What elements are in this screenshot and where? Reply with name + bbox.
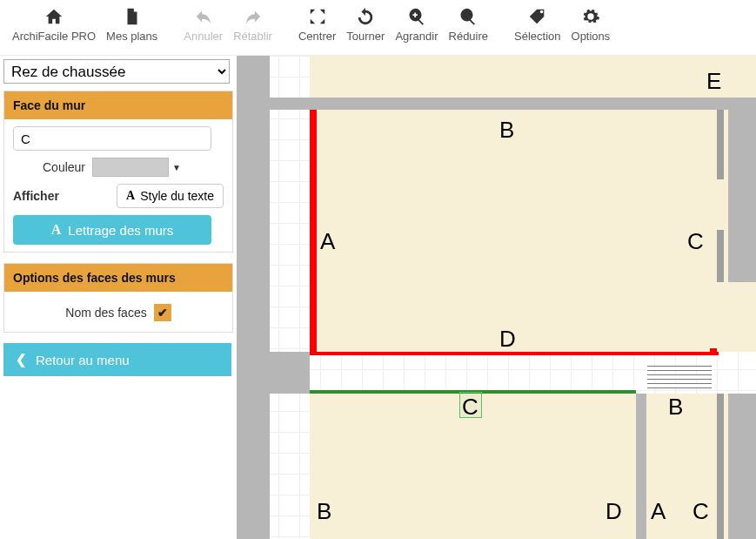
back-to-menu-button[interactable]: ❮ Retour au menu: [3, 343, 231, 376]
home-label: ArchiFacile PRO: [12, 30, 96, 43]
gear-icon: [581, 5, 600, 28]
zoomout-icon: [458, 5, 478, 28]
wall-label: D: [499, 326, 516, 353]
zoomin-button[interactable]: Agrandir: [390, 3, 443, 44]
wall-label: B: [499, 117, 514, 144]
wall: [717, 394, 724, 539]
wall-label: A: [651, 498, 666, 525]
door[interactable]: [647, 383, 712, 388]
wall: [636, 394, 646, 539]
wall: [717, 110, 724, 179]
undo-button[interactable]: Annuler: [178, 3, 228, 44]
color-swatch[interactable]: [92, 158, 169, 177]
rotate-button[interactable]: Tourner: [341, 3, 390, 44]
wall-lettering-label: Lettrage des murs: [68, 223, 173, 238]
wall-label: E: [706, 68, 721, 95]
panel-face-du-mur: Face du mur Couleur ▼ Afficher A Style d…: [3, 91, 233, 253]
face-name-input[interactable]: [13, 126, 211, 151]
wall: [270, 98, 756, 110]
redo-label: Rétablir: [233, 30, 272, 43]
zoomout-button[interactable]: Réduire: [444, 3, 494, 44]
plans-button[interactable]: Mes plans: [101, 3, 163, 44]
tag-icon: [528, 5, 547, 28]
wall-selected[interactable]: [310, 110, 317, 355]
wall-label: D: [605, 498, 622, 525]
panel-options-faces: Options des faces des murs Nom des faces…: [3, 263, 233, 333]
wall: [717, 230, 724, 282]
text-style-button[interactable]: A Style du texte: [117, 184, 224, 208]
wall-label: B: [668, 394, 683, 421]
back-label: Retour au menu: [36, 353, 130, 367]
sidebar: Rez de chaussée Face du mur Couleur ▼ Af…: [0, 56, 237, 539]
undo-icon: [194, 5, 213, 28]
wall-label: A: [320, 228, 335, 255]
redo-button[interactable]: Rétablir: [228, 3, 278, 44]
plans-label: Mes plans: [106, 30, 157, 43]
center-button[interactable]: Centrer: [293, 3, 341, 44]
wall-label: C: [687, 228, 704, 255]
zoomin-icon: [407, 5, 426, 28]
nom-faces-checkbox[interactable]: ✔: [154, 304, 171, 321]
selection-label: Sélection: [514, 30, 560, 43]
wall-label: C: [692, 498, 709, 525]
options-label: Options: [572, 30, 611, 43]
zoomout-label: Réduire: [449, 30, 489, 43]
selection-button[interactable]: Sélection: [509, 3, 565, 44]
wall: [728, 394, 756, 539]
door[interactable]: [647, 366, 712, 371]
panel-options-title: Options des faces des murs: [4, 264, 232, 292]
rotate-icon: [356, 5, 375, 28]
toolbar: ArchiFacile PRO Mes plans Annuler Rétabl…: [0, 0, 756, 56]
text-style-label: Style du texte: [140, 189, 214, 203]
file-icon: [123, 5, 142, 28]
letter-a-icon: A: [126, 189, 135, 203]
floor-select[interactable]: Rez de chaussée: [3, 59, 230, 84]
rotate-label: Tourner: [346, 30, 385, 43]
wall-label: C: [462, 394, 478, 421]
wall-lettering-button[interactable]: A Lettrage des murs: [13, 215, 211, 245]
wall-label: B: [317, 498, 331, 525]
wall: [237, 56, 270, 539]
undo-label: Annuler: [184, 30, 223, 43]
home-icon: [44, 5, 64, 28]
caret-down-icon[interactable]: ▼: [172, 163, 181, 172]
chevron-left-icon: ❮: [16, 352, 27, 367]
afficher-label: Afficher: [13, 189, 59, 203]
door[interactable]: [647, 374, 712, 380]
zoomin-label: Agrandir: [395, 30, 438, 43]
wall-selected[interactable]: [710, 348, 717, 355]
center-label: Centrer: [298, 30, 336, 43]
wall: [728, 110, 756, 282]
color-label: Couleur: [43, 160, 85, 174]
room-fill: [310, 56, 756, 98]
floor-plan-canvas[interactable]: E B A C D C B B D A C: [237, 56, 756, 539]
wall: [270, 352, 310, 394]
floor-plan: E B A C D C B B D A C: [237, 56, 756, 539]
letter-a-icon: A: [51, 222, 62, 238]
panel-face-title: Face du mur: [4, 91, 232, 119]
home-button[interactable]: ArchiFacile PRO: [7, 3, 101, 44]
nom-faces-label: Nom des faces: [65, 306, 146, 320]
expand-icon: [308, 5, 327, 28]
options-button[interactable]: Options: [566, 3, 616, 44]
redo-icon: [244, 5, 263, 28]
